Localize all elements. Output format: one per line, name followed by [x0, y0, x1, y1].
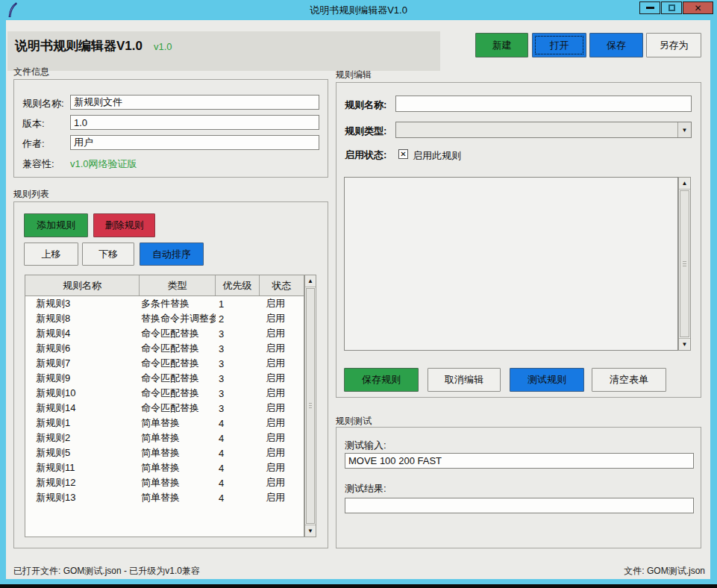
table-row[interactable]: 新规则5 简单替换 4 启用: [25, 445, 304, 460]
rule-content-textarea[interactable]: [344, 177, 678, 351]
rules-table-scrollbar[interactable]: ▲ ▼: [304, 275, 316, 537]
cell-priority: 3: [216, 388, 260, 399]
cell-priority: 3: [216, 358, 260, 369]
cell-type: 简单替换: [140, 491, 216, 504]
scroll-down-icon[interactable]: ▼: [305, 525, 316, 537]
cell-type: 简单替换: [140, 431, 216, 445]
table-row[interactable]: 新规则10 命令匹配替换 3 启用: [25, 386, 304, 401]
test-result-field[interactable]: [345, 498, 694, 513]
test-input-field[interactable]: [345, 453, 694, 469]
cell-rule-name: 新规则11: [25, 461, 140, 475]
cell-status: 启用: [260, 416, 304, 430]
cell-rule-name: 新规则8: [25, 312, 140, 325]
screen-edge: [0, 584, 717, 588]
close-icon: ✕: [694, 3, 701, 13]
cell-priority: 3: [216, 373, 260, 384]
page-title: 说明书规则编辑器V1.0: [15, 37, 143, 54]
header-type[interactable]: 类型: [140, 275, 216, 295]
save-button[interactable]: 保存: [589, 33, 643, 57]
close-button[interactable]: ✕: [683, 1, 713, 14]
scroll-down-icon[interactable]: ▼: [679, 338, 690, 350]
move-down-button[interactable]: 下移: [82, 243, 134, 266]
scrollbar-thumb[interactable]: [680, 190, 689, 337]
cell-type: 命令匹配替换: [140, 327, 216, 340]
minimize-button[interactable]: [639, 1, 660, 14]
save-as-button[interactable]: 另存为: [646, 33, 701, 57]
delete-rule-button[interactable]: 删除规则: [93, 213, 155, 237]
cell-type: 命令匹配替换: [140, 357, 216, 370]
table-row[interactable]: 新规则3 多条件替换 1 启用: [25, 296, 304, 311]
cell-type: 命令匹配替换: [140, 401, 216, 415]
version-input[interactable]: [70, 115, 319, 130]
chevron-down-icon[interactable]: ▼: [677, 122, 691, 137]
move-up-button[interactable]: 上移: [24, 243, 78, 266]
cell-status: 启用: [260, 431, 304, 445]
table-row[interactable]: 新规则13 简单替换 4 启用: [25, 490, 304, 505]
cell-status: 启用: [260, 327, 304, 340]
cell-type: 命令匹配替换: [140, 342, 216, 355]
table-row[interactable]: 新规则14 命令匹配替换 3 启用: [25, 401, 304, 416]
cell-status: 启用: [260, 387, 304, 400]
rule-type-combobox[interactable]: ▼: [395, 122, 692, 138]
titlebar: 说明书规则编辑器V1.0 ✕: [0, 0, 717, 20]
cell-priority: 4: [216, 478, 260, 489]
cell-rule-name: 新规则13: [25, 491, 140, 504]
cell-priority: 3: [216, 328, 260, 340]
table-row[interactable]: 新规则1 简单替换 4 启用: [25, 416, 304, 431]
maximize-button[interactable]: [661, 1, 682, 14]
scrollbar-thumb[interactable]: [306, 288, 315, 524]
header-priority[interactable]: 优先级: [216, 275, 260, 295]
new-button[interactable]: 新建: [475, 33, 528, 57]
table-row[interactable]: 新规则11 简单替换 4 启用: [25, 460, 304, 475]
rules-table-header: 规则名称 类型 优先级 状态: [25, 275, 304, 296]
cell-rule-name: 新规则10: [25, 387, 140, 400]
cell-priority: 4: [216, 463, 260, 474]
checkbox-check-icon: ✕: [400, 149, 406, 159]
table-row[interactable]: 新规则7 命令匹配替换 3 启用: [25, 356, 304, 371]
cancel-edit-button[interactable]: 取消编辑: [428, 368, 501, 392]
enable-checkbox[interactable]: ✕: [398, 149, 408, 159]
auto-sort-button[interactable]: 自动排序: [140, 243, 204, 266]
clear-form-button[interactable]: 清空表单: [592, 368, 666, 392]
table-row[interactable]: 新规则4 命令匹配替换 3 启用: [25, 326, 304, 341]
header-status[interactable]: 状态: [260, 275, 304, 295]
save-rule-button[interactable]: 保存规则: [344, 368, 419, 392]
cell-status: 启用: [260, 461, 304, 475]
cell-priority: 2: [216, 313, 260, 325]
open-button[interactable]: 打开: [532, 33, 586, 57]
cell-priority: 4: [216, 492, 260, 504]
file-info-section-title: 文件信息: [13, 66, 49, 78]
window-title: 说明书规则编辑器V1.0: [0, 0, 717, 20]
cell-rule-name: 新规则4: [25, 327, 140, 340]
table-row[interactable]: 新规则2 简单替换 4 启用: [25, 431, 304, 445]
cell-priority: 4: [216, 418, 260, 429]
rules-list-section-title: 规则列表: [13, 188, 49, 201]
test-rule-button[interactable]: 测试规则: [510, 368, 584, 392]
status-bar-left: 已打开文件: GOM测试.json - 已升级为v1.0兼容: [13, 565, 200, 578]
compat-value: v1.0网络验证版: [70, 157, 137, 171]
scroll-up-icon[interactable]: ▲: [679, 178, 690, 190]
table-row[interactable]: 新规则12 简单替换 4 启用: [25, 475, 304, 490]
textarea-scrollbar[interactable]: ▲ ▼: [678, 177, 691, 351]
test-input-label: 测试输入:: [345, 439, 386, 452]
cell-type: 替换命令并调整参: [140, 312, 216, 325]
edit-rule-name-label: 规则名称:: [345, 98, 386, 112]
cell-status: 启用: [260, 297, 304, 310]
cell-rule-name: 新规则2: [25, 431, 140, 445]
table-row[interactable]: 新规则8 替换命令并调整参 2 启用: [25, 311, 304, 326]
version-label: 版本:: [22, 117, 45, 131]
scroll-up-icon[interactable]: ▲: [305, 275, 316, 287]
rule-file-name-input[interactable]: [70, 95, 319, 110]
add-rule-button[interactable]: 添加规则: [24, 213, 88, 237]
author-input[interactable]: [70, 135, 319, 150]
table-row[interactable]: 新规则9 命令匹配替换 3 启用: [25, 371, 304, 386]
table-row[interactable]: 新规则6 命令匹配替换 3 启用: [25, 341, 304, 356]
cell-type: 多条件替换: [140, 297, 216, 310]
cell-rule-name: 新规则1: [25, 416, 140, 430]
maximize-icon: [669, 4, 675, 11]
header-rule-name[interactable]: 规则名称: [25, 275, 140, 295]
cell-type: 简单替换: [140, 446, 216, 460]
edit-rule-name-input[interactable]: [395, 96, 692, 112]
cell-rule-name: 新规则5: [25, 446, 140, 460]
status-bar-right: 文件: GOM测试.json: [624, 565, 705, 578]
